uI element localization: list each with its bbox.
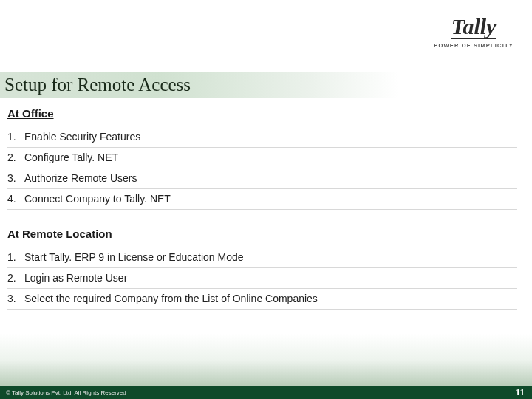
list-item: 2. Login as Remote User — [7, 268, 517, 289]
copyright-text: © Tally Solutions Pvt. Ltd. All Rights R… — [6, 389, 126, 396]
item-number: 2. — [7, 151, 18, 163]
footer-gradient — [0, 334, 532, 386]
item-text: Login as Remote User — [24, 272, 127, 284]
item-number: 3. — [7, 293, 18, 304]
list-item: 1. Enable Security Features — [7, 127, 517, 148]
item-text: Configure Tally. NET — [24, 151, 118, 163]
title-bar: Setup for Remote Access — [0, 72, 532, 98]
item-text: Authorize Remote Users — [24, 172, 137, 184]
section-heading-remote: At Remote Location — [7, 228, 517, 240]
item-text: Start Tally. ERP 9 in License or Educati… — [24, 251, 244, 263]
content-area: At Office 1. Enable Security Features 2.… — [7, 107, 517, 310]
item-number: 1. — [7, 131, 18, 143]
section-heading-office: At Office — [7, 107, 517, 120]
item-number: 3. — [7, 172, 18, 184]
list-item: 3. Authorize Remote Users — [7, 168, 517, 189]
footer-bar: © Tally Solutions Pvt. Ltd. All Rights R… — [0, 386, 532, 399]
item-number: 1. — [7, 251, 18, 263]
item-number: 4. — [7, 193, 18, 205]
list-item: 4. Connect Company to Tally. NET — [7, 189, 517, 210]
item-text: Connect Company to Tally. NET — [24, 193, 171, 205]
list-item: 2. Configure Tally. NET — [7, 148, 517, 168]
item-text: Enable Security Features — [24, 131, 140, 143]
page-title: Setup for Remote Access — [4, 75, 191, 95]
item-text: Select the required Company from the Lis… — [24, 293, 318, 304]
brand-logo: Tally POWER OF SIMPLICITY — [434, 16, 514, 49]
item-number: 2. — [7, 272, 18, 284]
page-number: 11 — [516, 386, 526, 398]
list-item: 3. Select the required Company from the … — [7, 289, 517, 310]
list-item: 1. Start Tally. ERP 9 in License or Educ… — [7, 248, 517, 268]
logo-text: Tally — [451, 16, 497, 39]
logo-tagline: POWER OF SIMPLICITY — [434, 42, 514, 49]
